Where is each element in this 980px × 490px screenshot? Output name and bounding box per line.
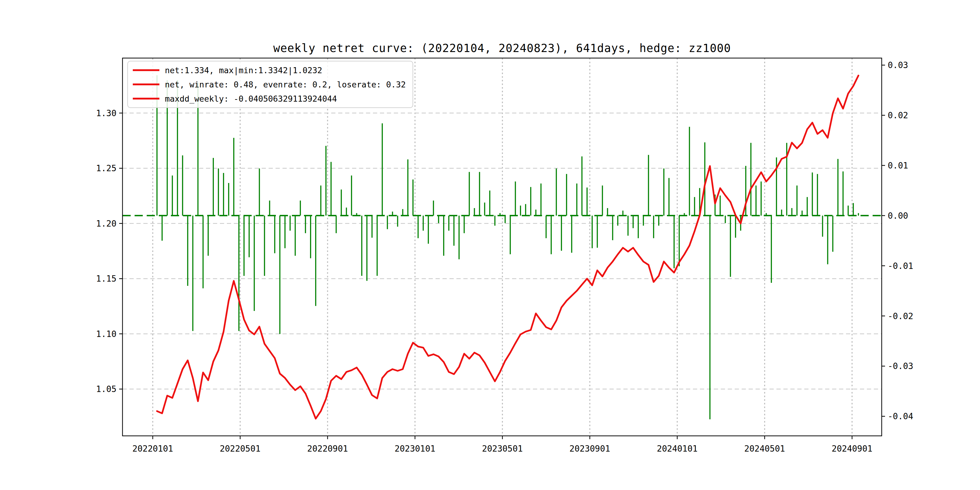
legend-label: net, winrate: 0.48, evenrate: 0.2, loser… <box>165 80 406 89</box>
left-tick-label: 1.20 <box>96 219 116 229</box>
right-tick-label: -0.01 <box>888 261 913 271</box>
right-tick-label: -0.03 <box>888 361 913 371</box>
right-tick-label: 0.00 <box>888 211 908 221</box>
red-line-swatch-icon <box>133 98 159 100</box>
right-tick-label: 0.03 <box>888 60 908 70</box>
right-tick-label: 0.02 <box>888 110 908 120</box>
chart-title: weekly netret curve: (20220104, 20240823… <box>123 42 882 55</box>
left-tick-label: 1.25 <box>96 163 116 173</box>
legend-label: maxdd_weekly: -0.040506329113924044 <box>165 94 337 103</box>
x-tick-label: 20240101 <box>657 444 698 454</box>
left-tick-label: 1.05 <box>96 384 116 394</box>
x-tick-label: 20240501 <box>745 444 785 454</box>
legend: net:1.334, max|min:1.3342|1.0232 net, wi… <box>127 61 413 108</box>
x-tick-label: 20220101 <box>132 444 173 454</box>
red-line-swatch-icon <box>133 69 159 71</box>
net-curve <box>157 76 858 418</box>
right-tick-label: -0.02 <box>888 311 913 321</box>
legend-label: net:1.334, max|min:1.3342|1.0232 <box>165 66 322 75</box>
right-tick-label: -0.04 <box>888 411 913 422</box>
x-tick-label: 20230501 <box>482 444 523 454</box>
legend-item: net, winrate: 0.48, evenrate: 0.2, loser… <box>133 79 406 90</box>
legend-item: maxdd_weekly: -0.040506329113924044 <box>133 93 406 104</box>
x-tick-label: 20230901 <box>570 444 610 454</box>
x-tick-label: 20230101 <box>395 444 436 454</box>
left-tick-label: 1.15 <box>96 274 116 284</box>
chart: 1.301.251.201.151.101.050.030.020.010.00… <box>0 0 980 490</box>
x-tick-label: 20220501 <box>220 444 261 454</box>
legend-item: net:1.334, max|min:1.3342|1.0232 <box>133 64 406 76</box>
red-line-swatch-icon <box>133 83 159 85</box>
x-tick-label: 20220901 <box>307 444 348 454</box>
x-tick-label: 20240901 <box>832 444 873 454</box>
left-tick-label: 1.30 <box>96 108 116 118</box>
left-tick-label: 1.10 <box>96 329 116 339</box>
right-tick-label: 0.01 <box>888 161 908 170</box>
